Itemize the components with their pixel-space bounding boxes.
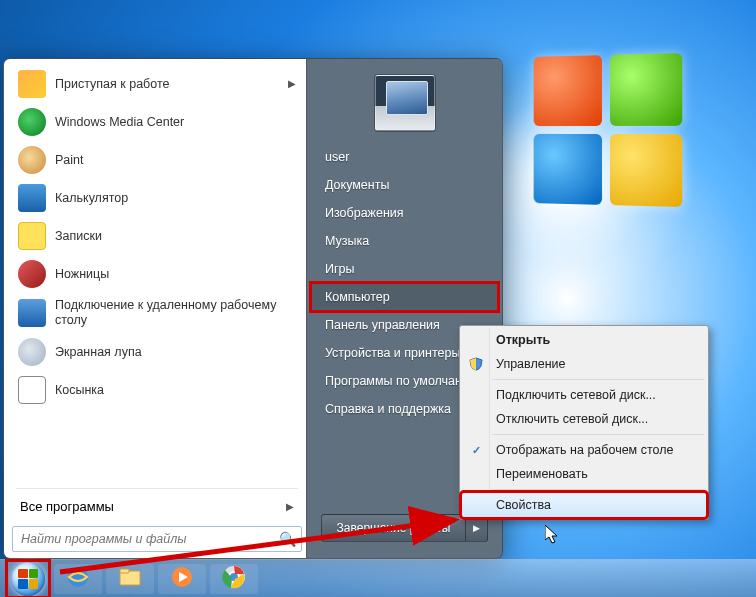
internet-explorer-icon (65, 564, 91, 594)
chevron-right-icon: ▶ (286, 501, 294, 512)
paint-icon (18, 146, 46, 174)
start-menu: Приступая к работе▶Windows Media CenterP… (3, 58, 503, 559)
media-center-icon (18, 108, 46, 136)
program-item-media-center[interactable]: Windows Media Center (10, 103, 304, 141)
shutdown-label: Завершение работы (337, 521, 451, 535)
context-menu-item[interactable]: Подключить сетевой диск... (462, 383, 706, 407)
svg-point-0 (68, 567, 88, 587)
context-menu-label: Подключить сетевой диск... (496, 388, 656, 402)
program-label: Приступая к работе (55, 77, 169, 92)
program-item-snipping-tool[interactable]: Ножницы (10, 255, 304, 293)
program-label: Windows Media Center (55, 115, 184, 130)
context-menu-label: Свойства (496, 498, 551, 512)
program-item-remote-desktop[interactable]: Подключение к удаленному рабочему столу (10, 293, 304, 333)
taskbar-item-file-explorer[interactable] (106, 564, 154, 594)
context-menu-item[interactable]: ✓Отображать на рабочем столе (462, 438, 706, 462)
taskbar-item-media-player[interactable] (158, 564, 206, 594)
media-player-icon (169, 564, 195, 594)
all-programs-label: Все программы (20, 499, 114, 514)
program-item-calculator[interactable]: Калькулятор (10, 179, 304, 217)
mouse-cursor-icon (545, 525, 561, 549)
windows-logo-decoration (534, 53, 683, 207)
taskbar-item-chrome[interactable] (210, 564, 258, 594)
program-label: Ножницы (55, 267, 109, 282)
svg-rect-2 (120, 569, 129, 573)
check-icon: ✓ (468, 442, 484, 458)
taskbar (0, 559, 756, 597)
pinned-programs-list: Приступая к работе▶Windows Media CenterP… (10, 65, 304, 484)
start-right-item[interactable]: Изображения (311, 199, 498, 227)
start-right-item[interactable]: user (311, 143, 498, 171)
context-menu-label: Переименовать (496, 467, 588, 481)
program-label: Paint (55, 153, 84, 168)
context-menu-label: Отображать на рабочем столе (496, 443, 673, 457)
context-menu-item[interactable]: Открыть (462, 328, 706, 352)
program-label: Экранная лупа (55, 345, 142, 360)
user-picture-computer-icon[interactable] (375, 75, 435, 131)
context-menu-separator (492, 434, 704, 435)
chrome-icon (221, 564, 247, 594)
program-item-solitaire[interactable]: Косынка (10, 371, 304, 409)
search-icon: 🔍 (273, 531, 301, 547)
remote-desktop-icon (18, 299, 46, 327)
start-menu-left-pane: Приступая к работе▶Windows Media CenterP… (4, 59, 306, 558)
all-programs-button[interactable]: Все программы ▶ (10, 493, 304, 520)
program-item-magnifier[interactable]: Экранная лупа (10, 333, 304, 371)
start-button[interactable] (6, 560, 50, 598)
context-menu-separator (492, 379, 704, 380)
context-menu-item[interactable]: Свойства (462, 493, 706, 517)
chevron-right-icon: ▶ (288, 78, 296, 90)
context-menu-item[interactable]: Отключить сетевой диск... (462, 407, 706, 431)
program-label: Подключение к удаленному рабочему столу (55, 298, 296, 328)
getting-started-icon (18, 70, 46, 98)
start-right-item[interactable]: Компьютер (311, 283, 498, 311)
start-orb-icon (11, 562, 45, 596)
shutdown-button[interactable]: Завершение работы (321, 514, 466, 542)
start-search-box[interactable]: 🔍 (12, 526, 302, 552)
solitaire-icon (18, 376, 46, 404)
sticky-notes-icon (18, 222, 46, 250)
search-input[interactable] (13, 532, 273, 546)
context-menu-item[interactable]: Управление (462, 352, 706, 376)
program-item-sticky-notes[interactable]: Записки (10, 217, 304, 255)
context-menu-label: Открыть (496, 333, 550, 347)
snipping-tool-icon (18, 260, 46, 288)
context-menu-item[interactable]: Переименовать (462, 462, 706, 486)
program-item-getting-started[interactable]: Приступая к работе▶ (10, 65, 304, 103)
shield-icon (468, 356, 484, 372)
file-explorer-icon (117, 564, 143, 594)
context-menu-separator (492, 489, 704, 490)
program-label: Калькулятор (55, 191, 128, 206)
program-label: Косынка (55, 383, 104, 398)
program-label: Записки (55, 229, 102, 244)
computer-context-menu: ОткрытьУправлениеПодключить сетевой диск… (459, 325, 709, 520)
start-right-item[interactable]: Документы (311, 171, 498, 199)
start-right-item[interactable]: Игры (311, 255, 498, 283)
program-item-paint[interactable]: Paint (10, 141, 304, 179)
context-menu-label: Отключить сетевой диск... (496, 412, 648, 426)
calculator-icon (18, 184, 46, 212)
taskbar-item-internet-explorer[interactable] (54, 564, 102, 594)
context-menu-label: Управление (496, 357, 566, 371)
divider (16, 488, 298, 489)
start-right-item[interactable]: Музыка (311, 227, 498, 255)
magnifier-icon (18, 338, 46, 366)
